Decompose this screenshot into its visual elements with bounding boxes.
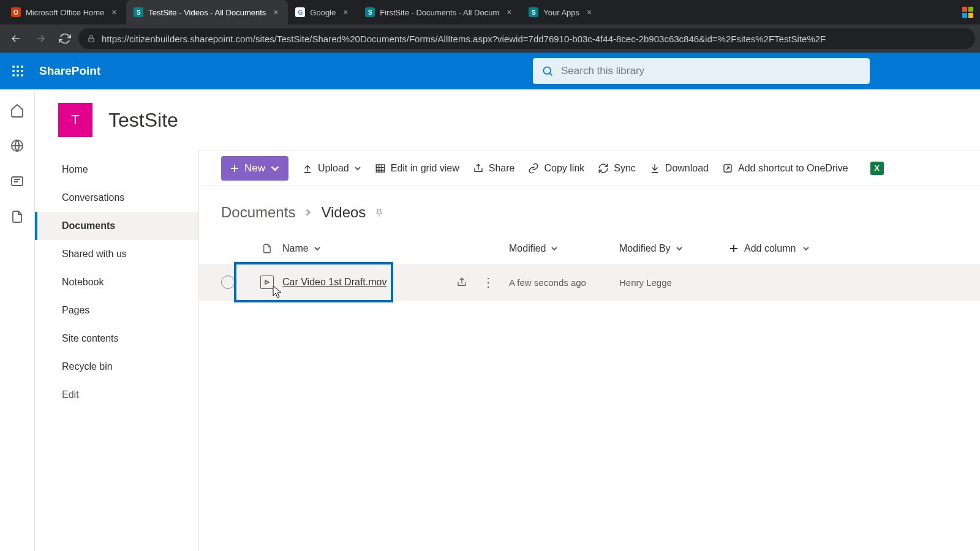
share-row-icon[interactable] (456, 277, 467, 288)
nav-site-contents[interactable]: Site contents (35, 324, 198, 353)
app-rail (0, 89, 35, 551)
sync-icon (598, 163, 609, 174)
svg-rect-0 (962, 7, 967, 12)
close-icon[interactable]: × (341, 7, 350, 17)
svg-point-14 (543, 67, 551, 74)
windows-tiles-icon[interactable] (956, 0, 980, 24)
upload-button[interactable]: Upload (302, 163, 361, 174)
edit-grid-label: Edit in grid view (391, 163, 459, 174)
nav-shared[interactable]: Shared with us (35, 240, 198, 268)
add-shortcut-button[interactable]: Add shortcut to OneDrive (722, 163, 848, 174)
svg-point-8 (12, 70, 15, 72)
nav-home[interactable]: Home (35, 156, 198, 184)
download-button[interactable]: Download (649, 163, 709, 174)
file-name-link[interactable]: Car Video 1st Draft.mov (282, 277, 442, 288)
news-icon[interactable] (10, 174, 24, 189)
tab-title: Microsoft Office Home (26, 8, 104, 17)
favicon: S (529, 7, 538, 17)
close-icon[interactable]: × (584, 7, 594, 17)
svg-rect-3 (968, 13, 973, 18)
back-button[interactable] (5, 28, 27, 50)
more-actions-button[interactable]: ⋮ (482, 276, 494, 288)
svg-point-6 (17, 66, 19, 68)
favicon: G (295, 7, 305, 17)
files-icon[interactable] (10, 209, 24, 224)
breadcrumb-current: Videos (321, 204, 366, 221)
svg-rect-2 (962, 13, 967, 18)
app-launcher-button[interactable] (0, 53, 36, 89)
lock-icon (87, 34, 96, 43)
chevron-right-icon (304, 208, 312, 217)
sync-button[interactable]: Sync (598, 163, 636, 174)
close-icon[interactable]: × (271, 7, 281, 17)
file-type-column[interactable] (252, 243, 282, 254)
row-modified-by: Henry Legge (619, 277, 729, 288)
nav-recycle-bin[interactable]: Recycle bin (35, 353, 198, 381)
nav-edit[interactable]: Edit (35, 381, 198, 409)
search-icon (541, 65, 554, 77)
shortcut-icon (722, 163, 733, 174)
table-header: Name Modified Modified By Add column (199, 233, 980, 264)
nav-notebook[interactable]: Notebook (35, 268, 198, 296)
browser-tab-4[interactable]: S Your Apps × (521, 0, 601, 24)
browser-tab-2[interactable]: G Google × (288, 0, 358, 24)
name-column-label: Name (282, 243, 309, 254)
globe-icon[interactable] (10, 138, 24, 153)
excel-icon[interactable]: X (870, 162, 884, 175)
svg-point-12 (17, 74, 19, 77)
nav-pages[interactable]: Pages (35, 296, 198, 324)
pin-icon[interactable] (374, 208, 384, 217)
upload-icon (302, 163, 313, 174)
chevron-down-icon (314, 245, 321, 252)
site-logo[interactable]: T (58, 103, 92, 137)
breadcrumb: Documents Videos (199, 186, 980, 233)
favicon: S (365, 7, 375, 17)
name-column-header[interactable]: Name (282, 243, 509, 254)
upload-label: Upload (318, 163, 349, 174)
search-input[interactable] (561, 65, 861, 77)
close-icon[interactable]: × (504, 7, 514, 17)
home-icon[interactable] (10, 103, 24, 118)
close-icon[interactable]: × (109, 7, 119, 17)
modified-by-column-header[interactable]: Modified By (619, 243, 729, 254)
chevron-down-icon (551, 245, 558, 252)
add-column-label: Add column (744, 243, 796, 254)
grid-icon (375, 163, 386, 174)
modified-column-label: Modified (509, 243, 546, 254)
chevron-down-icon (270, 163, 280, 173)
reload-button[interactable] (54, 28, 76, 50)
sync-label: Sync (614, 163, 636, 174)
new-label: New (244, 162, 265, 174)
share-label: Share (489, 163, 515, 174)
edit-grid-button[interactable]: Edit in grid view (375, 163, 459, 174)
add-column-button[interactable]: Add column (729, 243, 810, 254)
forward-button[interactable] (29, 28, 51, 50)
tab-title: FirstSite - Documents - All Docum (380, 8, 499, 17)
chevron-down-icon (802, 245, 810, 252)
nav-conversations[interactable]: Conversations (35, 184, 198, 212)
browser-tab-1[interactable]: S TestSite - Videos - All Documents × (126, 0, 288, 24)
table-row[interactable]: Car Video 1st Draft.mov ⋮ A few seconds … (199, 264, 980, 301)
browser-tab-0[interactable]: O Microsoft Office Home × (4, 0, 126, 24)
copy-link-button[interactable]: Copy link (528, 163, 584, 174)
row-select-toggle[interactable] (221, 276, 235, 289)
tab-title: Your Apps (543, 8, 579, 17)
favicon: S (134, 7, 143, 17)
site-name[interactable]: TestSite (108, 109, 178, 132)
address-bar[interactable]: https://citizenbuilders.sharepoint.com/s… (78, 28, 975, 49)
breadcrumb-parent[interactable]: Documents (221, 204, 295, 221)
svg-point-9 (17, 70, 19, 72)
modified-by-column-label: Modified By (619, 243, 671, 254)
search-box[interactable] (533, 58, 870, 84)
nav-documents[interactable]: Documents (35, 212, 198, 240)
brand-label[interactable]: SharePoint (36, 64, 100, 78)
tab-title: TestSite - Videos - All Documents (148, 8, 266, 17)
browser-tab-3[interactable]: S FirstSite - Documents - All Docum × (358, 0, 521, 24)
modified-column-header[interactable]: Modified (509, 243, 619, 254)
url-text: https://citizenbuilders.sharepoint.com/s… (102, 34, 826, 44)
copy-link-label: Copy link (544, 163, 584, 174)
share-button[interactable]: Share (473, 163, 515, 174)
video-file-icon (260, 276, 274, 289)
new-button[interactable]: New (221, 156, 288, 181)
chevron-down-icon (676, 245, 683, 252)
